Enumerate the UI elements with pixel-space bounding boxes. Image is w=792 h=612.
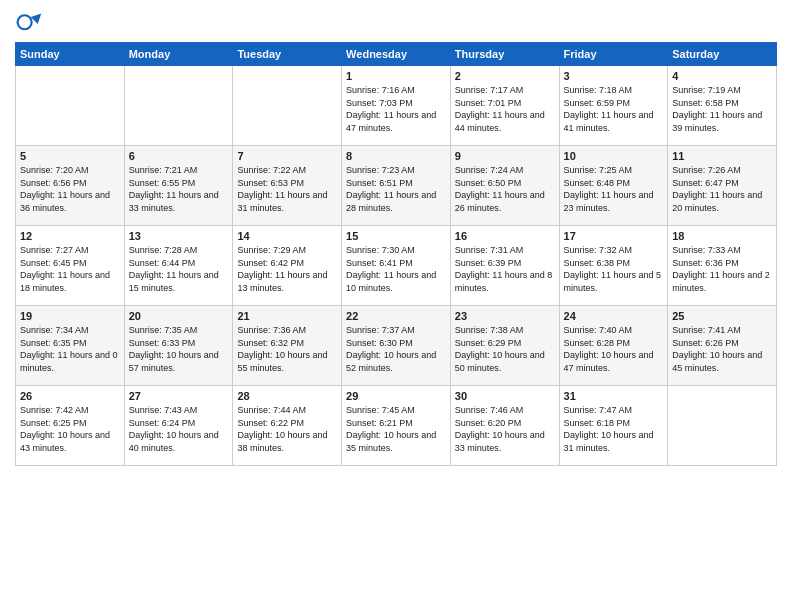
day-content: Sunrise: 7:41 AM Sunset: 6:26 PM Dayligh…	[672, 324, 772, 374]
day-number: 30	[455, 390, 555, 402]
day-number: 8	[346, 150, 446, 162]
day-number: 4	[672, 70, 772, 82]
calendar-cell: 21Sunrise: 7:36 AM Sunset: 6:32 PM Dayli…	[233, 306, 342, 386]
calendar-cell: 4Sunrise: 7:19 AM Sunset: 6:58 PM Daylig…	[668, 66, 777, 146]
day-content: Sunrise: 7:43 AM Sunset: 6:24 PM Dayligh…	[129, 404, 229, 454]
calendar-cell: 28Sunrise: 7:44 AM Sunset: 6:22 PM Dayli…	[233, 386, 342, 466]
calendar-cell: 31Sunrise: 7:47 AM Sunset: 6:18 PM Dayli…	[559, 386, 668, 466]
day-number: 28	[237, 390, 337, 402]
day-number: 5	[20, 150, 120, 162]
col-header-sunday: Sunday	[16, 43, 125, 66]
svg-point-0	[18, 15, 32, 29]
calendar-cell	[16, 66, 125, 146]
day-number: 10	[564, 150, 664, 162]
day-number: 16	[455, 230, 555, 242]
calendar-cell: 8Sunrise: 7:23 AM Sunset: 6:51 PM Daylig…	[342, 146, 451, 226]
day-content: Sunrise: 7:21 AM Sunset: 6:55 PM Dayligh…	[129, 164, 229, 214]
day-number: 29	[346, 390, 446, 402]
calendar-cell: 29Sunrise: 7:45 AM Sunset: 6:21 PM Dayli…	[342, 386, 451, 466]
calendar-cell: 25Sunrise: 7:41 AM Sunset: 6:26 PM Dayli…	[668, 306, 777, 386]
day-content: Sunrise: 7:27 AM Sunset: 6:45 PM Dayligh…	[20, 244, 120, 294]
calendar-cell	[233, 66, 342, 146]
day-content: Sunrise: 7:18 AM Sunset: 6:59 PM Dayligh…	[564, 84, 664, 134]
calendar-cell: 15Sunrise: 7:30 AM Sunset: 6:41 PM Dayli…	[342, 226, 451, 306]
day-content: Sunrise: 7:33 AM Sunset: 6:36 PM Dayligh…	[672, 244, 772, 294]
day-number: 20	[129, 310, 229, 322]
calendar-cell: 19Sunrise: 7:34 AM Sunset: 6:35 PM Dayli…	[16, 306, 125, 386]
calendar-cell: 12Sunrise: 7:27 AM Sunset: 6:45 PM Dayli…	[16, 226, 125, 306]
day-content: Sunrise: 7:46 AM Sunset: 6:20 PM Dayligh…	[455, 404, 555, 454]
day-content: Sunrise: 7:29 AM Sunset: 6:42 PM Dayligh…	[237, 244, 337, 294]
calendar-cell: 1Sunrise: 7:16 AM Sunset: 7:03 PM Daylig…	[342, 66, 451, 146]
logo-icon	[15, 10, 43, 38]
calendar-cell: 13Sunrise: 7:28 AM Sunset: 6:44 PM Dayli…	[124, 226, 233, 306]
calendar-table: SundayMondayTuesdayWednesdayThursdayFrid…	[15, 42, 777, 466]
header-row: SundayMondayTuesdayWednesdayThursdayFrid…	[16, 43, 777, 66]
calendar-cell: 27Sunrise: 7:43 AM Sunset: 6:24 PM Dayli…	[124, 386, 233, 466]
day-content: Sunrise: 7:30 AM Sunset: 6:41 PM Dayligh…	[346, 244, 446, 294]
day-content: Sunrise: 7:32 AM Sunset: 6:38 PM Dayligh…	[564, 244, 664, 294]
col-header-tuesday: Tuesday	[233, 43, 342, 66]
calendar-cell: 2Sunrise: 7:17 AM Sunset: 7:01 PM Daylig…	[450, 66, 559, 146]
calendar-cell: 10Sunrise: 7:25 AM Sunset: 6:48 PM Dayli…	[559, 146, 668, 226]
day-content: Sunrise: 7:23 AM Sunset: 6:51 PM Dayligh…	[346, 164, 446, 214]
calendar-cell: 14Sunrise: 7:29 AM Sunset: 6:42 PM Dayli…	[233, 226, 342, 306]
week-row-2: 5Sunrise: 7:20 AM Sunset: 6:56 PM Daylig…	[16, 146, 777, 226]
day-content: Sunrise: 7:38 AM Sunset: 6:29 PM Dayligh…	[455, 324, 555, 374]
day-number: 2	[455, 70, 555, 82]
calendar-cell: 5Sunrise: 7:20 AM Sunset: 6:56 PM Daylig…	[16, 146, 125, 226]
day-number: 12	[20, 230, 120, 242]
day-number: 15	[346, 230, 446, 242]
day-content: Sunrise: 7:35 AM Sunset: 6:33 PM Dayligh…	[129, 324, 229, 374]
calendar-cell: 17Sunrise: 7:32 AM Sunset: 6:38 PM Dayli…	[559, 226, 668, 306]
calendar-cell: 23Sunrise: 7:38 AM Sunset: 6:29 PM Dayli…	[450, 306, 559, 386]
calendar-cell: 26Sunrise: 7:42 AM Sunset: 6:25 PM Dayli…	[16, 386, 125, 466]
day-content: Sunrise: 7:24 AM Sunset: 6:50 PM Dayligh…	[455, 164, 555, 214]
day-content: Sunrise: 7:44 AM Sunset: 6:22 PM Dayligh…	[237, 404, 337, 454]
day-content: Sunrise: 7:42 AM Sunset: 6:25 PM Dayligh…	[20, 404, 120, 454]
calendar-cell	[668, 386, 777, 466]
day-number: 27	[129, 390, 229, 402]
day-content: Sunrise: 7:22 AM Sunset: 6:53 PM Dayligh…	[237, 164, 337, 214]
day-number: 11	[672, 150, 772, 162]
day-number: 25	[672, 310, 772, 322]
day-content: Sunrise: 7:20 AM Sunset: 6:56 PM Dayligh…	[20, 164, 120, 214]
day-number: 6	[129, 150, 229, 162]
day-content: Sunrise: 7:17 AM Sunset: 7:01 PM Dayligh…	[455, 84, 555, 134]
calendar-cell: 7Sunrise: 7:22 AM Sunset: 6:53 PM Daylig…	[233, 146, 342, 226]
col-header-friday: Friday	[559, 43, 668, 66]
day-content: Sunrise: 7:26 AM Sunset: 6:47 PM Dayligh…	[672, 164, 772, 214]
page-container: SundayMondayTuesdayWednesdayThursdayFrid…	[0, 0, 792, 474]
day-number: 7	[237, 150, 337, 162]
day-content: Sunrise: 7:36 AM Sunset: 6:32 PM Dayligh…	[237, 324, 337, 374]
day-content: Sunrise: 7:45 AM Sunset: 6:21 PM Dayligh…	[346, 404, 446, 454]
calendar-cell: 18Sunrise: 7:33 AM Sunset: 6:36 PM Dayli…	[668, 226, 777, 306]
col-header-wednesday: Wednesday	[342, 43, 451, 66]
calendar-cell: 6Sunrise: 7:21 AM Sunset: 6:55 PM Daylig…	[124, 146, 233, 226]
col-header-saturday: Saturday	[668, 43, 777, 66]
day-number: 3	[564, 70, 664, 82]
day-number: 9	[455, 150, 555, 162]
day-number: 23	[455, 310, 555, 322]
header	[15, 10, 777, 38]
calendar-cell: 16Sunrise: 7:31 AM Sunset: 6:39 PM Dayli…	[450, 226, 559, 306]
day-number: 18	[672, 230, 772, 242]
day-content: Sunrise: 7:34 AM Sunset: 6:35 PM Dayligh…	[20, 324, 120, 374]
calendar-cell: 24Sunrise: 7:40 AM Sunset: 6:28 PM Dayli…	[559, 306, 668, 386]
day-content: Sunrise: 7:28 AM Sunset: 6:44 PM Dayligh…	[129, 244, 229, 294]
calendar-cell: 20Sunrise: 7:35 AM Sunset: 6:33 PM Dayli…	[124, 306, 233, 386]
week-row-3: 12Sunrise: 7:27 AM Sunset: 6:45 PM Dayli…	[16, 226, 777, 306]
calendar-cell: 22Sunrise: 7:37 AM Sunset: 6:30 PM Dayli…	[342, 306, 451, 386]
day-content: Sunrise: 7:40 AM Sunset: 6:28 PM Dayligh…	[564, 324, 664, 374]
day-content: Sunrise: 7:25 AM Sunset: 6:48 PM Dayligh…	[564, 164, 664, 214]
col-header-thursday: Thursday	[450, 43, 559, 66]
week-row-4: 19Sunrise: 7:34 AM Sunset: 6:35 PM Dayli…	[16, 306, 777, 386]
day-content: Sunrise: 7:37 AM Sunset: 6:30 PM Dayligh…	[346, 324, 446, 374]
calendar-cell: 11Sunrise: 7:26 AM Sunset: 6:47 PM Dayli…	[668, 146, 777, 226]
week-row-1: 1Sunrise: 7:16 AM Sunset: 7:03 PM Daylig…	[16, 66, 777, 146]
day-content: Sunrise: 7:19 AM Sunset: 6:58 PM Dayligh…	[672, 84, 772, 134]
day-number: 24	[564, 310, 664, 322]
day-content: Sunrise: 7:47 AM Sunset: 6:18 PM Dayligh…	[564, 404, 664, 454]
day-number: 21	[237, 310, 337, 322]
week-row-5: 26Sunrise: 7:42 AM Sunset: 6:25 PM Dayli…	[16, 386, 777, 466]
